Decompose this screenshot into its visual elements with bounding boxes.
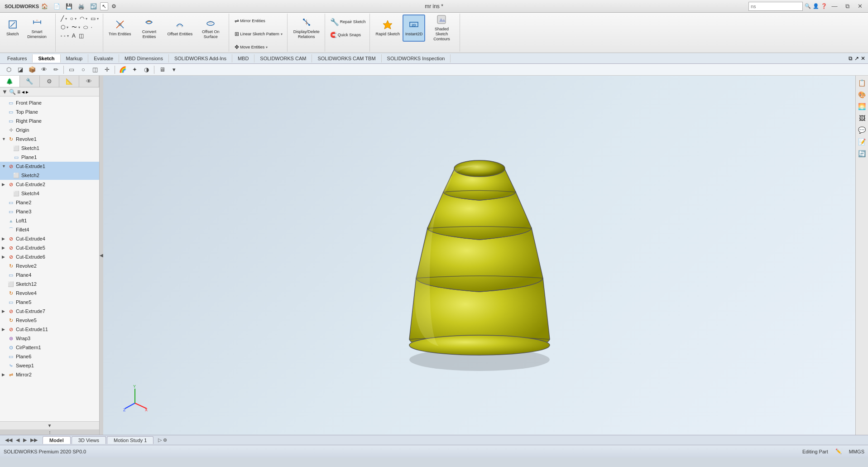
viewport[interactable]: Z X Y [103,76,855,435]
tab-evaluate[interactable]: Evaluate [88,54,119,63]
print-btn[interactable]: 🖨️ [76,2,87,10]
tree-item-sketch4[interactable]: ⬜ Sketch4 [0,189,99,198]
panel-detach-btn[interactable]: ↗ [854,55,859,62]
offset-entities-button[interactable]: Offset Entities [165,14,194,42]
view-section-btn[interactable]: ◪ [15,65,25,74]
expand-arrow-right[interactable]: ▸ [26,89,29,95]
polygon-btn[interactable]: ⬡ ▾ [59,23,70,31]
circle-btn[interactable]: ○ ▾ [69,14,78,23]
expand-collapse-icon[interactable]: ▶ [2,182,7,187]
move-entities-button[interactable]: ✥ Move Entities ▾ [233,41,269,53]
tab-mbd[interactable]: MBD [232,54,254,63]
tree-item-mirror2[interactable]: ▶ ⇌ Mirror2 [0,370,99,379]
tree-item-revolve5[interactable]: ↻ Revolve5 [0,316,99,325]
undo-btn[interactable]: ↩️ [88,2,99,10]
view-orientations-btn[interactable]: ⬡ [4,65,14,74]
expand-collapse-icon[interactable]: ▼ [2,164,7,169]
collapse-all-icon[interactable]: ≡ [17,89,20,95]
panel-close-btn[interactable]: ✕ [861,55,865,62]
point-btn[interactable]: · [90,23,94,31]
tab-cam-tbm[interactable]: SOLIDWORKS CAM TBM [312,54,381,63]
spline-btn[interactable]: 〜 ▾ [70,23,82,31]
tab-sketch[interactable]: Sketch [33,54,60,63]
feature-manager-tab[interactable]: 🌲 [0,76,20,87]
tree-item-cirpattern1[interactable]: ⊙ CirPattern1 [0,343,99,352]
panel-resize-handle[interactable]: ⋮ [0,429,99,435]
view-color-btn[interactable]: 🌈 [118,65,128,74]
tree-item-sweep1[interactable]: ⤷ Sweep1 [0,361,99,370]
scene-btn[interactable]: 🌅 [857,101,868,112]
tab-features[interactable]: Features [2,54,33,63]
search-input[interactable] [748,2,803,11]
tab-markup[interactable]: Markup [61,54,89,63]
offset-on-surface-button[interactable]: Offset On Surface [195,14,226,42]
tab-mbd-dimensions[interactable]: MBD Dimensions [119,54,169,63]
display-manager-tab[interactable]: 👁 [79,76,99,87]
tree-item-plane2[interactable]: ▭ Plane2 [0,198,99,207]
panel-expand-btn[interactable]: ⧉ [849,55,853,62]
tree-item-fillet4[interactable]: ⌒ Fillet4 [0,225,99,234]
new-btn[interactable]: 📄 [51,2,62,10]
minimize-btn[interactable]: — [829,2,840,11]
trim-entities-button[interactable]: Trim Entities [107,14,133,42]
arc-btn[interactable]: ◠ ▾ [78,14,89,23]
linear-sketch-pattern-button[interactable]: ⊞ Linear Sketch Pattern ▾ [233,28,284,40]
tree-item-revolve4[interactable]: ↻ Revolve4 [0,289,99,298]
view-hide-btn[interactable]: 👁 [39,65,49,74]
dim-xpert-tab[interactable]: 📐 [59,76,79,87]
tree-item-plane4[interactable]: ▭ Plane4 [0,270,99,279]
tree-item-cut-extrude2[interactable]: ▶ ⊘ Cut-Extrude2 [0,180,99,189]
nav-next-btn[interactable]: ▶ [22,437,28,443]
spline-dropdown[interactable]: ▾ [78,25,80,29]
tree-item-plane5[interactable]: ▭ Plane5 [0,298,99,307]
options-btn[interactable]: ⚙ [109,2,119,10]
tab-3d-views[interactable]: 3D Views [72,436,106,444]
move-dropdown[interactable]: ▾ [266,45,268,49]
nav-last-btn[interactable]: ▶▶ [29,437,39,443]
smart-dimension-button[interactable]: ↔ Smart Dimension [22,14,53,42]
maximize-btn[interactable]: ⧉ [842,2,853,11]
document-recovery-btn[interactable]: 🔄 [857,148,868,159]
view-axis-btn[interactable]: ✛ [102,65,112,74]
repair-sketch-button[interactable]: 🔧 Repair Sketch [329,14,367,29]
rect-dropdown[interactable]: ▾ [97,17,99,21]
tab-solidworks-addins[interactable]: SOLIDWORKS Add-Ins [169,54,232,63]
view-edit-btn[interactable]: ✏ [51,65,61,74]
nav-prev-btn[interactable]: ◀ [14,437,21,443]
tree-item-cut-extrude7[interactable]: ▶ ⊘ Cut-Extrude7 [0,307,99,316]
view-plane-btn[interactable]: ◫ [90,65,100,74]
decals-btn[interactable]: 🖼 [857,113,868,124]
tree-item-sketch12[interactable]: ⬜ Sketch12 [0,279,99,289]
user-icon[interactable]: 👤 [813,3,819,9]
tree-item-right-plane[interactable]: ▭ Right Plane [0,116,99,125]
line-dropdown[interactable]: ▾ [65,17,67,21]
centerline-btn[interactable]: - - ▾ [59,32,70,40]
config-manager-tab[interactable]: ⚙ [40,76,60,87]
expand-arrow-left[interactable]: ◂ [22,89,24,95]
scroll-down-indicator[interactable]: ▼ [0,421,99,429]
tree-item-front-plane[interactable]: ▭ Front Plane [0,98,99,107]
tree-item-cut-extrude6[interactable]: ▶ ⊘ Cut-Extrude6 [0,252,99,261]
expand-collapse-icon[interactable]: ▼ [2,137,7,141]
view-more-btn[interactable]: ▾ [169,65,179,74]
rapid-sketch-button[interactable]: Rapid Sketch [374,14,402,42]
view-display-btn[interactable]: 📦 [27,65,37,74]
ellipse-btn[interactable]: ⬭ [82,23,89,31]
save-btn[interactable]: 💾 [63,2,75,10]
rect-btn[interactable]: ▭ ▾ [89,14,100,23]
search-icon[interactable]: 🔍 [805,3,811,9]
mirror-entities-button[interactable]: ⇌ Mirror Entities [233,14,267,27]
tree-item-plane6[interactable]: ▭ Plane6 [0,352,99,361]
instant2d-button[interactable]: 2D Instant2D [403,14,426,42]
arc-dropdown[interactable]: ▾ [86,17,87,21]
tree-item-cut-extrude11[interactable]: ▶ ⊘ Cut-Extrude11 [0,325,99,334]
expand-collapse-icon[interactable]: ▶ [2,255,7,259]
view-shadows-btn[interactable]: ◑ [141,65,151,74]
tab-model[interactable]: Model [43,436,71,444]
tree-item-sketch2[interactable]: ⬜ Sketch2 [0,171,99,180]
centerline-dropdown[interactable]: ▾ [67,34,69,38]
expand-collapse-icon[interactable]: ▶ [2,327,7,332]
tree-item-plane3[interactable]: ▭ Plane3 [0,207,99,216]
construction-btn[interactable]: ◫ [77,32,85,40]
tree-item-cut-extrude4[interactable]: ▶ ⊘ Cut-Extrude4 [0,234,99,243]
